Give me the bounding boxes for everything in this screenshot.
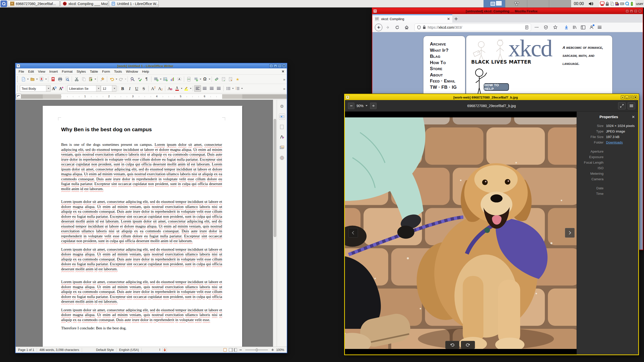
insert-table-button[interactable]: [153, 76, 159, 82]
zoom-slider[interactable]: [245, 350, 268, 350]
window-menu-icon[interactable]: [346, 96, 349, 99]
viewer-menu-button[interactable]: [628, 102, 635, 109]
xkcd-logo[interactable]: xkcd: [508, 34, 552, 62]
zoom-slider-knob[interactable]: [256, 348, 258, 351]
menu-view[interactable]: View: [36, 69, 47, 74]
shade-button[interactable]: [269, 64, 273, 68]
save-dropdown[interactable]: [45, 79, 47, 80]
sidebar-settings-icon[interactable]: ⚙: [279, 103, 285, 109]
insert-hyperlink-button[interactable]: [213, 76, 220, 82]
xkcd-nav-feed-email[interactable]: Feed · Email: [430, 78, 465, 84]
rotate-left-button[interactable]: [445, 341, 459, 349]
redo-dropdown[interactable]: [125, 79, 126, 80]
page-actions-icon[interactable]: [533, 24, 540, 31]
menu-help[interactable]: Help: [140, 69, 151, 74]
close-button[interactable]: [282, 64, 286, 68]
workspace-1[interactable]: [484, 0, 505, 8]
superscript-button[interactable]: A2: [150, 85, 157, 92]
copy-icon[interactable]: [80, 76, 87, 82]
cut-icon[interactable]: [73, 76, 80, 82]
permissions-shield-icon[interactable]: [417, 25, 421, 29]
maximize-button[interactable]: [634, 9, 637, 13]
volume-icon[interactable]: [588, 1, 594, 7]
table-dropdown[interactable]: [160, 79, 162, 80]
insert-image-button[interactable]: [162, 76, 169, 82]
clock[interactable]: 00:00: [572, 2, 586, 6]
paste-icon[interactable]: [87, 76, 94, 82]
open-dropdown[interactable]: [36, 79, 38, 80]
taskbar-window-writer[interactable]: Untitled 1 - LibreOffice W...: [109, 1, 159, 7]
toolbar-grip[interactable]: [17, 85, 18, 92]
devices-tray-icon[interactable]: [615, 1, 620, 6]
font-size-combo[interactable]: 12: [101, 85, 116, 92]
paste-dropdown[interactable]: [95, 79, 96, 80]
minimize-button[interactable]: [274, 64, 277, 68]
align-center-button[interactable]: [201, 85, 208, 92]
how-to-help-button[interactable]: HOW TO HELP: [484, 83, 509, 91]
tab-stop-selector[interactable]: [16, 94, 21, 99]
tab-close-icon[interactable]: [447, 18, 450, 20]
reload-button[interactable]: [393, 24, 401, 31]
vertical-scrollbar[interactable]: [273, 100, 277, 347]
reader-mode-icon[interactable]: [525, 25, 529, 29]
workspace-pager[interactable]: [484, 0, 571, 8]
strikethrough-button[interactable]: S: [140, 85, 147, 92]
align-left-button[interactable]: [194, 85, 201, 92]
undo-button[interactable]: [108, 76, 115, 82]
properties-close-icon[interactable]: [632, 115, 635, 118]
single-page-view-icon[interactable]: [224, 348, 226, 352]
zoom-out-button[interactable]: [348, 103, 354, 109]
close-document-icon[interactable]: [281, 70, 285, 73]
url-text[interactable]: https://xkcd.com/303/: [428, 25, 523, 29]
workspace-2[interactable]: [505, 0, 527, 8]
disk-tray-icon[interactable]: [620, 1, 625, 6]
bookmark-star-icon[interactable]: [551, 24, 559, 31]
close-button[interactable]: [634, 96, 637, 99]
font-color-dropdown[interactable]: [181, 88, 182, 89]
ruler[interactable]: 123456: [16, 94, 287, 99]
qubes-tray-icon[interactable]: [625, 1, 630, 6]
zoom-percent[interactable]: 100%: [276, 348, 284, 352]
taskbar-window-firefox[interactable]: xkcd: Compiling ___ Moz...: [60, 1, 108, 7]
shade-button[interactable]: [621, 96, 624, 99]
shade-button[interactable]: [625, 9, 629, 13]
new-document-button[interactable]: [20, 76, 27, 82]
bullet-list-button[interactable]: [225, 85, 232, 92]
tab-xkcd[interactable]: xkcd: Compiling: [372, 15, 452, 23]
xkcd-nav-about[interactable]: About: [430, 72, 465, 78]
xkcd-nav-howto[interactable]: How To: [430, 60, 465, 66]
pocket-icon[interactable]: [542, 24, 550, 31]
special-character-dropdown[interactable]: [209, 79, 210, 80]
subscript-button[interactable]: A2: [157, 85, 164, 92]
minimize-button[interactable]: [625, 96, 629, 99]
update-style-button[interactable]: A: [51, 85, 58, 92]
downloads-icon[interactable]: [564, 25, 569, 29]
sidebar-page-icon[interactable]: [279, 124, 285, 130]
font-color-button[interactable]: A: [174, 85, 180, 92]
save-button[interactable]: [38, 76, 45, 82]
open-button[interactable]: [29, 76, 36, 82]
insert-page-break-button[interactable]: [185, 76, 192, 82]
window-menu-icon[interactable]: [17, 64, 20, 68]
field-dropdown[interactable]: [200, 79, 201, 80]
page-count[interactable]: Page 1 of 1: [18, 348, 34, 352]
workspace-4[interactable]: [549, 0, 571, 8]
previous-image-button[interactable]: [348, 228, 358, 238]
align-right-button[interactable]: [208, 85, 215, 92]
number-dropdown[interactable]: [241, 88, 243, 89]
home-button[interactable]: [403, 24, 410, 31]
fullscreen-button[interactable]: [618, 102, 626, 109]
new-tab-button[interactable]: [452, 15, 460, 23]
workspace-3[interactable]: [527, 0, 549, 8]
battery-tray-icon[interactable]: [629, 1, 634, 6]
menu-file[interactable]: File: [17, 69, 26, 74]
maximize-button[interactable]: [278, 64, 281, 68]
document-page[interactable]: Why Ben is the best dog on campus Ben is…: [43, 106, 242, 347]
underline-button[interactable]: U: [133, 85, 140, 92]
xkcd-nav-store[interactable]: Store: [430, 66, 465, 72]
xkcd-nav-blag[interactable]: Blag: [430, 53, 465, 60]
minimize-button[interactable]: [630, 9, 633, 13]
font-dropdown[interactable]: [96, 85, 100, 92]
sidebar-gallery-icon[interactable]: [279, 145, 285, 151]
special-character-button[interactable]: Ω: [202, 76, 208, 82]
